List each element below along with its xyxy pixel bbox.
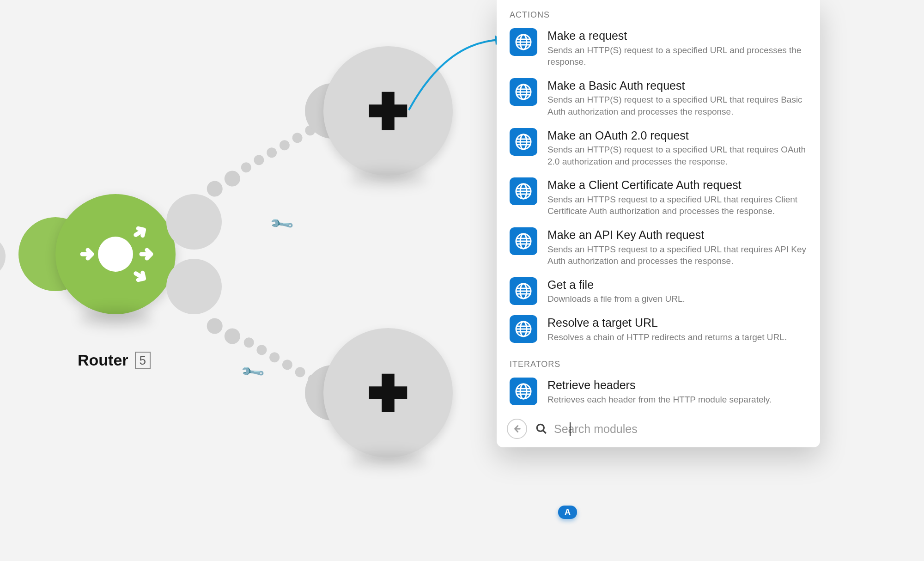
text-cursor (570, 422, 571, 436)
action-title: Resolve a target URL (547, 315, 807, 330)
arrow-left-icon (512, 424, 522, 434)
action-title: Get a file (547, 277, 807, 293)
section-header-actions: ACTIONS (497, 0, 820, 24)
http-globe-icon (510, 78, 537, 106)
plus-icon (363, 85, 413, 136)
module-picker-panel: ACTIONS Make a request Sends an HTTP(S) … (497, 0, 820, 447)
router-label: Router 5 (78, 351, 151, 369)
search-modules-input[interactable] (554, 422, 810, 436)
action-description: Resolves a chain of HTTP redirects and r… (547, 331, 807, 343)
router-label-text: Router (78, 351, 128, 369)
add-module-node[interactable] (323, 328, 453, 457)
http-globe-icon (510, 177, 537, 205)
action-description: Retrieves each header from the HTTP modu… (547, 394, 807, 406)
action-description: Sends an HTTPS request to a specified UR… (547, 194, 807, 217)
http-globe-icon (510, 277, 537, 305)
router-output-connector (166, 194, 222, 250)
action-title: Make a Client Certificate Auth request (547, 177, 807, 193)
action-description: Sends an HTTP(S) request to a specified … (547, 144, 807, 167)
plus-icon (363, 367, 413, 418)
section-header-iterators: ITERATORS (497, 349, 820, 374)
router-number-badge: 5 (135, 352, 151, 369)
action-make-oauth2-request[interactable]: Make an OAuth 2.0 request Sends an HTTP(… (497, 124, 820, 174)
search-icon (535, 423, 547, 435)
panel-footer (497, 412, 820, 447)
http-globe-icon (510, 315, 537, 343)
action-title: Make a Basic Auth request (547, 78, 807, 93)
router-node[interactable] (55, 194, 176, 314)
action-resolve-target-url[interactable]: Resolve a target URL Resolves a chain of… (497, 311, 820, 349)
add-module-node[interactable] (323, 46, 453, 176)
action-make-api-key-request[interactable]: Make an API Key Auth request Sends an HT… (497, 224, 820, 274)
action-get-a-file[interactable]: Get a file Downloads a file from a given… (497, 274, 820, 311)
wrench-icon[interactable]: 🔧 (239, 359, 266, 385)
router-output-connector (166, 259, 222, 314)
action-make-client-cert-request[interactable]: Make a Client Certificate Auth request S… (497, 174, 820, 224)
action-title: Make an OAuth 2.0 request (547, 128, 807, 143)
action-title: Retrieve headers (547, 378, 807, 393)
action-description: Sends an HTTPS request to a specified UR… (547, 244, 807, 267)
http-globe-icon (510, 28, 537, 56)
input-connector-stub (0, 236, 6, 277)
http-globe-icon (510, 128, 537, 156)
action-description: Downloads a file from a given URL. (547, 293, 807, 305)
action-description: Sends an HTTP(S) request to a specified … (547, 44, 807, 68)
http-globe-icon (510, 227, 537, 255)
svg-point-17 (537, 425, 544, 432)
action-make-basic-auth-request[interactable]: Make a Basic Auth request Sends an HTTP(… (497, 74, 820, 124)
keyboard-hint-badge: A (558, 506, 577, 519)
action-retrieve-headers[interactable]: Retrieve headers Retrieves each header f… (497, 374, 820, 412)
action-title: Make a request (547, 28, 807, 43)
http-globe-icon (510, 378, 537, 405)
action-make-a-request[interactable]: Make a request Sends an HTTP(S) request … (497, 24, 820, 74)
action-description: Sends an HTTP(S) request to a specified … (547, 94, 807, 117)
router-center (98, 237, 133, 272)
wrench-icon[interactable]: 🔧 (268, 211, 295, 237)
action-title: Make an API Key Auth request (547, 227, 807, 243)
back-button[interactable] (507, 419, 527, 439)
